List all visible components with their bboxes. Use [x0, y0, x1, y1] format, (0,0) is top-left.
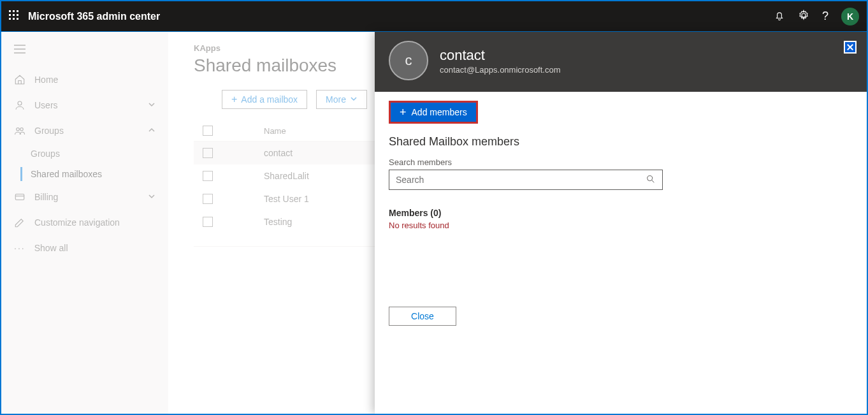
plus-icon: +	[400, 106, 407, 118]
svg-rect-6	[9, 18, 11, 20]
add-mailbox-button[interactable]: +Add a mailbox	[222, 90, 307, 109]
sidebar-item-label: Show all	[34, 243, 68, 253]
chevron-down-icon	[350, 94, 358, 105]
search-icon[interactable]	[646, 174, 656, 186]
members-heading: Members (0)	[389, 208, 853, 218]
add-members-highlight: +Add members	[389, 101, 478, 124]
search-box[interactable]	[389, 170, 663, 190]
svg-rect-15	[15, 194, 24, 200]
hamburger-icon[interactable]	[1, 41, 168, 67]
chevron-up-icon	[148, 126, 156, 136]
column-header-name[interactable]: Name	[264, 126, 286, 136]
sidebar-item-label: Billing	[34, 192, 58, 202]
row-checkbox[interactable]	[203, 194, 213, 204]
notifications-icon[interactable]	[774, 10, 785, 23]
sidebar-item-label: Groups	[34, 126, 64, 136]
sidebar-item-users[interactable]: Users	[1, 92, 168, 118]
more-button[interactable]: More	[316, 90, 367, 109]
cell-name: Test User 1	[264, 194, 309, 204]
sidebar-item-label: Home	[34, 75, 58, 85]
button-label: Add a mailbox	[241, 94, 298, 105]
sidebar-sub-label: Groups	[31, 149, 60, 159]
sidebar-sub-groups[interactable]: Groups	[1, 143, 168, 164]
sidebar-item-label: Customize navigation	[34, 217, 120, 228]
close-icon[interactable]	[844, 41, 857, 54]
search-input[interactable]	[396, 175, 646, 185]
ellipsis-icon: ···	[14, 243, 25, 253]
svg-rect-7	[13, 18, 15, 20]
cell-name: Testing	[264, 217, 292, 227]
sidebar-item-show-all[interactable]: ··· Show all	[1, 235, 168, 261]
svg-point-13	[17, 128, 20, 131]
select-all-checkbox[interactable]	[203, 126, 213, 136]
close-button[interactable]: Close	[389, 307, 456, 326]
row-checkbox[interactable]	[203, 217, 213, 227]
panel-title: contact	[440, 47, 561, 64]
settings-icon[interactable]	[798, 10, 809, 23]
button-label: Add members	[412, 107, 467, 117]
section-title: Shared Mailbox members	[389, 135, 853, 149]
mailbox-avatar: c	[389, 41, 428, 80]
svg-rect-3	[9, 14, 11, 16]
svg-rect-8	[17, 18, 18, 20]
sidebar: Home Users Groups Groups Shared mailboxe…	[1, 32, 168, 414]
row-checkbox[interactable]	[203, 148, 213, 158]
sidebar-item-customize[interactable]: Customize navigation	[1, 210, 168, 235]
svg-point-12	[18, 101, 22, 105]
help-icon[interactable]: ?	[822, 10, 828, 23]
sidebar-item-home[interactable]: Home	[1, 67, 168, 92]
top-bar: Microsoft 365 admin center ? K	[1, 1, 867, 32]
no-results-text: No results found	[389, 221, 853, 230]
app-launcher-icon[interactable]	[9, 10, 19, 22]
svg-point-17	[647, 175, 653, 180]
cell-name: SharedLalit	[264, 171, 309, 181]
search-label: Search members	[389, 157, 853, 167]
brand-title: Microsoft 365 admin center	[28, 11, 160, 22]
svg-rect-5	[17, 14, 18, 16]
button-label: More	[326, 94, 346, 105]
row-checkbox[interactable]	[203, 171, 213, 181]
user-avatar[interactable]: K	[841, 8, 859, 25]
add-members-button[interactable]: +Add members	[391, 103, 476, 122]
sidebar-sub-shared-mailboxes[interactable]: Shared mailboxes	[1, 164, 168, 184]
svg-point-14	[20, 128, 24, 131]
svg-line-18	[652, 180, 654, 182]
details-panel: c contact contact@Lapps.onmicrosoft.com …	[375, 32, 867, 414]
sidebar-sub-label: Shared mailboxes	[31, 169, 102, 179]
chevron-down-icon	[148, 192, 156, 202]
svg-rect-0	[9, 10, 11, 12]
cell-name: contact	[264, 148, 293, 158]
sidebar-item-groups[interactable]: Groups	[1, 118, 168, 143]
sidebar-item-label: Users	[34, 100, 58, 110]
sidebar-item-billing[interactable]: Billing	[1, 184, 168, 210]
panel-header: c contact contact@Lapps.onmicrosoft.com	[375, 32, 867, 92]
plus-icon: +	[231, 94, 237, 105]
panel-email: contact@Lapps.onmicrosoft.com	[440, 65, 561, 75]
svg-rect-4	[13, 14, 15, 16]
svg-rect-1	[13, 10, 15, 12]
chevron-down-icon	[148, 100, 156, 110]
svg-rect-2	[17, 10, 18, 12]
